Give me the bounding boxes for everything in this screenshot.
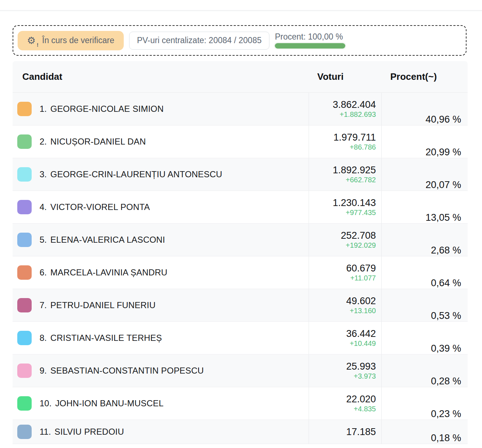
votes-cell: 252.708 +192.029 <box>309 224 381 256</box>
votes-delta: +192.029 <box>346 241 376 250</box>
table-row: 9. SEBASTIAN-CONSTANTIN POPESCU 25.993 +… <box>13 355 468 387</box>
column-header-votes: Voturi <box>309 61 381 92</box>
votes-value: 3.862.404 <box>333 99 376 110</box>
votes-value: 1.979.711 <box>333 132 376 143</box>
table-row: 10. JOHN-ION BANU-MUSCEL 22.020 +4.835 0… <box>13 387 468 420</box>
candidate-name: MARCELA-LAVINIA ȘANDRU <box>50 268 167 278</box>
votes-delta: +662.782 <box>346 175 376 184</box>
candidate-cell: 5. ELENA-VALERICA LASCONI <box>13 224 309 256</box>
candidate-name: ELENA-VALERICA LASCONI <box>50 235 165 245</box>
candidate-rank: 8. <box>40 333 47 343</box>
percent-cell: 20,99 % <box>381 125 468 158</box>
candidate-name: CRISTIAN-VASILE TERHEȘ <box>50 333 162 343</box>
percent-cell: 0,39 % <box>381 322 468 354</box>
percent-value: 13,05 % <box>426 212 461 223</box>
percent-cell: 0,18 % <box>381 420 468 444</box>
candidate-color-swatch <box>17 396 32 411</box>
gear-alert-icon: ⚙! <box>27 35 38 46</box>
top-separator <box>0 10 482 11</box>
table-row: 2. NICUȘOR-DANIEL DAN 1.979.711 +86.786 … <box>13 125 468 158</box>
votes-value: 60.679 <box>346 263 376 274</box>
results-table: Candidat Voturi Procent(~) 1. GEORGE-NIC… <box>13 61 468 444</box>
candidate-rank: 10. <box>40 398 51 408</box>
votes-value: 25.993 <box>346 361 376 372</box>
candidate-cell: 8. CRISTIAN-VASILE TERHEȘ <box>13 322 309 354</box>
percent-value: 0,28 % <box>431 376 461 387</box>
votes-delta: +10.449 <box>350 339 376 348</box>
votes-value: 49.602 <box>346 296 376 306</box>
candidate-cell: 11. SILVIU PREDOIU <box>13 420 309 444</box>
candidate-name: GEORGE-NICOLAE SIMION <box>50 104 164 114</box>
percent-progress-block: Procent: 100,00 % <box>275 32 345 49</box>
votes-delta: +977.435 <box>346 208 376 217</box>
votes-cell: 1.230.143 +977.435 <box>309 191 381 223</box>
candidate-color-swatch <box>17 265 32 280</box>
votes-delta: +86.786 <box>350 143 376 151</box>
candidate-name: SILVIU PREDOIU <box>55 427 124 437</box>
verification-status-label: În curs de verificare <box>42 36 114 45</box>
candidate-name: NICUȘOR-DANIEL DAN <box>50 137 146 147</box>
table-row: 7. PETRU-DANIEL FUNERIU 49.602 +13.160 0… <box>13 289 468 322</box>
votes-cell: 17.185 <box>309 420 381 444</box>
votes-delta: +4.835 <box>354 404 376 413</box>
percent-value: 0,39 % <box>431 343 461 354</box>
votes-cell: 1.892.925 +662.782 <box>309 158 381 191</box>
candidate-rank: 11. <box>40 427 51 437</box>
candidate-name: SEBASTIAN-CONSTANTIN POPESCU <box>50 366 204 376</box>
percent-cell: 2,68 % <box>381 224 468 256</box>
votes-value: 17.185 <box>346 426 376 437</box>
votes-delta: +3.973 <box>354 372 376 380</box>
column-header-candidate: Candidat <box>13 61 309 92</box>
votes-cell: 22.020 +4.835 <box>309 387 381 420</box>
candidate-color-swatch <box>17 364 32 378</box>
votes-cell: 3.862.404 +1.882.693 <box>309 93 381 125</box>
percent-value: 0,53 % <box>431 310 461 321</box>
percent-value: 0,64 % <box>431 278 461 289</box>
candidate-color-swatch <box>17 200 32 214</box>
results-table-header: Candidat Voturi Procent(~) <box>13 61 468 93</box>
candidate-rank: 5. <box>40 235 47 245</box>
votes-delta: +11.077 <box>350 274 376 282</box>
candidate-rank: 1. <box>40 104 47 114</box>
votes-value: 36.442 <box>346 328 376 339</box>
progress-bar-track <box>275 43 345 49</box>
candidate-cell: 3. GEORGE-CRIN-LAURENȚIU ANTONESCU <box>13 158 309 191</box>
candidate-cell: 6. MARCELA-LAVINIA ȘANDRU <box>13 256 309 289</box>
candidate-color-swatch <box>17 425 32 439</box>
votes-delta: +1.882.693 <box>340 110 376 119</box>
percent-value: 20,07 % <box>426 179 461 191</box>
candidate-cell: 9. SEBASTIAN-CONSTANTIN POPESCU <box>13 355 309 387</box>
table-row: 3. GEORGE-CRIN-LAURENȚIU ANTONESCU 1.892… <box>13 158 468 191</box>
candidate-cell: 4. VICTOR-VIOREL PONTA <box>13 191 309 223</box>
candidate-cell: 10. JOHN-ION BANU-MUSCEL <box>13 387 309 420</box>
percent-value: 2,68 % <box>431 245 461 256</box>
table-row: 8. CRISTIAN-VASILE TERHEȘ 36.442 +10.449… <box>13 322 468 355</box>
candidate-name: VICTOR-VIOREL PONTA <box>50 202 150 212</box>
candidate-cell: 1. GEORGE-NICOLAE SIMION <box>13 93 309 125</box>
candidate-rank: 2. <box>40 137 47 147</box>
candidate-color-swatch <box>17 167 32 182</box>
candidate-color-swatch <box>17 102 32 116</box>
candidate-cell: 7. PETRU-DANIEL FUNERIU <box>13 289 309 321</box>
pv-centralized-counter: PV-uri centralizate: 20084 / 20085 <box>129 32 270 50</box>
candidate-rank: 3. <box>40 169 47 179</box>
column-header-percent: Procent(~) <box>381 61 468 92</box>
pv-counter-label: PV-uri centralizate: 20084 / 20085 <box>137 36 262 45</box>
votes-value: 1.230.143 <box>333 197 376 208</box>
verification-status-panel: ⚙! În curs de verificare PV-uri centrali… <box>13 25 467 56</box>
votes-cell: 49.602 +13.160 <box>309 289 381 321</box>
percent-value: 20,99 % <box>426 147 461 158</box>
percent-value: 40,96 % <box>426 114 461 125</box>
percent-cell: 0,64 % <box>381 256 468 289</box>
votes-cell: 60.679 +11.077 <box>309 256 381 289</box>
table-row: 1. GEORGE-NICOLAE SIMION 3.862.404 +1.88… <box>13 93 468 125</box>
percent-cell: 20,07 % <box>381 158 468 191</box>
candidate-name: PETRU-DANIEL FUNERIU <box>50 300 155 310</box>
table-row: 6. MARCELA-LAVINIA ȘANDRU 60.679 +11.077… <box>13 256 468 289</box>
percent-cell: 0,28 % <box>381 355 468 387</box>
percent-cell: 0,53 % <box>381 289 468 321</box>
percent-value: 0,18 % <box>431 433 461 444</box>
votes-value: 252.708 <box>341 230 376 241</box>
candidate-cell: 2. NICUȘOR-DANIEL DAN <box>13 125 309 158</box>
table-row: 4. VICTOR-VIOREL PONTA 1.230.143 +977.43… <box>13 191 468 224</box>
